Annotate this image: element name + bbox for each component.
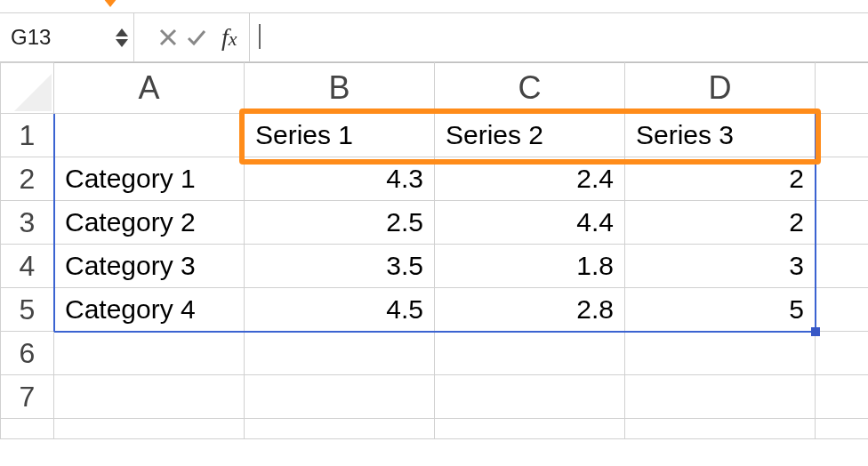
col-header-B[interactable]: B bbox=[245, 63, 435, 114]
cell-C4[interactable]: 1.8 bbox=[435, 245, 625, 288]
col-header-next[interactable] bbox=[816, 63, 869, 114]
formula-input[interactable] bbox=[250, 13, 868, 61]
col-header-D[interactable]: D bbox=[625, 63, 816, 114]
fx-x: x bbox=[229, 28, 237, 50]
row-header-7[interactable]: 7 bbox=[1, 375, 54, 419]
cell-A7[interactable] bbox=[54, 375, 245, 419]
cell-D2[interactable]: 2 bbox=[625, 157, 816, 201]
cell-E1[interactable] bbox=[816, 114, 869, 157]
cell-A1[interactable] bbox=[54, 114, 245, 157]
cell-B8[interactable] bbox=[245, 419, 435, 439]
cell-E4[interactable] bbox=[816, 245, 869, 288]
cell-C2[interactable]: 2.4 bbox=[435, 157, 625, 201]
fx-f: f bbox=[221, 23, 229, 51]
cell-E8[interactable] bbox=[816, 419, 869, 439]
name-box-container bbox=[0, 13, 134, 61]
cell-E5[interactable] bbox=[816, 288, 869, 332]
row-header-8-partial[interactable] bbox=[1, 419, 54, 439]
column-marker-arrow bbox=[103, 0, 117, 7]
cell-A3[interactable]: Category 2 bbox=[54, 201, 245, 245]
cell-D7[interactable] bbox=[625, 375, 816, 419]
cell-D8[interactable] bbox=[625, 419, 816, 439]
cell-C7[interactable] bbox=[435, 375, 625, 419]
cell-A5[interactable]: Category 4 bbox=[54, 288, 245, 332]
cell-B5[interactable]: 4.5 bbox=[245, 288, 435, 332]
cell-C8[interactable] bbox=[435, 419, 625, 439]
row-header-2[interactable]: 2 bbox=[1, 157, 54, 201]
check-icon bbox=[186, 27, 207, 48]
cell-A6[interactable] bbox=[54, 332, 245, 375]
cell-C5[interactable]: 2.8 bbox=[435, 288, 625, 332]
name-box-up-icon[interactable] bbox=[116, 28, 128, 36]
row-header-6[interactable]: 6 bbox=[1, 332, 54, 375]
cell-D6[interactable] bbox=[625, 332, 816, 375]
name-box-down-icon[interactable] bbox=[116, 39, 128, 47]
col-header-A[interactable]: A bbox=[54, 63, 245, 114]
row-header-3[interactable]: 3 bbox=[1, 201, 54, 245]
cell-B3[interactable]: 2.5 bbox=[245, 201, 435, 245]
cell-A4[interactable]: Category 3 bbox=[54, 245, 245, 288]
cell-B7[interactable] bbox=[245, 375, 435, 419]
cell-A2[interactable]: Category 1 bbox=[54, 157, 245, 201]
cell-C6[interactable] bbox=[435, 332, 625, 375]
x-icon bbox=[157, 27, 179, 48]
formula-bar: fx bbox=[0, 12, 868, 62]
row-header-4[interactable]: 4 bbox=[1, 245, 54, 288]
cell-B6[interactable] bbox=[245, 332, 435, 375]
cell-E7[interactable] bbox=[816, 375, 869, 419]
cell-D5[interactable]: 5 bbox=[625, 288, 816, 332]
spreadsheet-grid: A B C D 1 Series 1 Series 2 Series 3 2 C… bbox=[0, 62, 868, 439]
cell-B2[interactable]: 4.3 bbox=[245, 157, 435, 201]
cell-C3[interactable]: 4.4 bbox=[435, 201, 625, 245]
formula-controls: fx bbox=[134, 13, 250, 61]
cell-E6[interactable] bbox=[816, 332, 869, 375]
cell-E3[interactable] bbox=[816, 201, 869, 245]
cell-B4[interactable]: 3.5 bbox=[245, 245, 435, 288]
cell-E2[interactable] bbox=[816, 157, 869, 201]
cell-B1[interactable]: Series 1 bbox=[245, 114, 435, 157]
row-header-5[interactable]: 5 bbox=[1, 288, 54, 332]
row-header-1[interactable]: 1 bbox=[1, 114, 54, 157]
col-header-C[interactable]: C bbox=[435, 63, 625, 114]
cancel-formula-button[interactable] bbox=[154, 23, 182, 52]
name-box-spinners bbox=[116, 28, 128, 47]
cell-D4[interactable]: 3 bbox=[625, 245, 816, 288]
formula-cursor bbox=[259, 24, 261, 49]
accept-formula-button[interactable] bbox=[182, 23, 211, 52]
name-box[interactable] bbox=[9, 24, 84, 51]
cell-C1[interactable]: Series 2 bbox=[435, 114, 625, 157]
select-all-corner[interactable] bbox=[1, 63, 54, 114]
cell-A8[interactable] bbox=[54, 419, 245, 439]
cell-D1[interactable]: Series 3 bbox=[625, 114, 816, 157]
cell-D3[interactable]: 2 bbox=[625, 201, 816, 245]
fx-label[interactable]: fx bbox=[221, 23, 237, 52]
